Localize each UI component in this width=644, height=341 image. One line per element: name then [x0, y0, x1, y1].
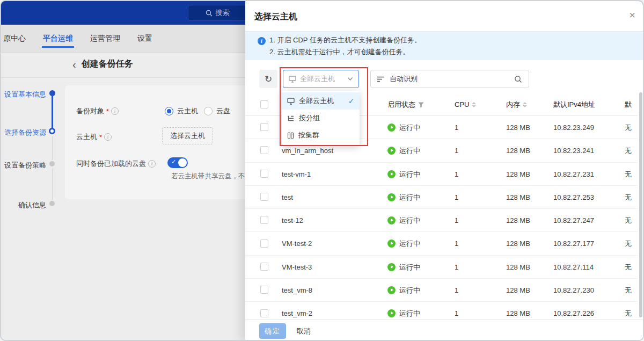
- memory-value: 128 MB: [506, 302, 530, 319]
- row-checkbox[interactable]: [260, 286, 268, 294]
- vertical-scrollbar[interactable]: [639, 92, 642, 317]
- row-checkbox[interactable]: [260, 123, 268, 131]
- running-status-icon: [387, 147, 396, 155]
- row-checkbox[interactable]: [260, 240, 268, 248]
- column-header-status[interactable]: 启用状态: [387, 93, 424, 116]
- ipv4-value: 10.82.23.241: [553, 139, 594, 162]
- drawer-footer: 确定 取消: [245, 319, 644, 341]
- menu-item-label: 按分组: [299, 113, 354, 123]
- status-badge: 运行中: [387, 163, 420, 186]
- running-status-icon: [387, 309, 396, 317]
- vm-name: VM-test-3: [282, 256, 312, 279]
- ipv4-value: 10.82.27.230: [553, 279, 594, 302]
- menu-item-all-hosts[interactable]: 全部云主机 ✓: [282, 92, 360, 110]
- menu-item-by-group[interactable]: 按分组: [282, 110, 360, 127]
- cpu-value: 1: [455, 209, 458, 232]
- shared-disk-warning: 若云主机带共享云盘，不支: [167, 172, 245, 181]
- memory-value: 128 MB: [506, 232, 530, 255]
- row-checkbox[interactable]: [260, 193, 268, 201]
- nav-tab-settings[interactable]: 设置: [136, 28, 153, 49]
- info-icon: i: [148, 160, 156, 168]
- running-status-icon: [387, 170, 396, 178]
- truncated-col-value: 无: [625, 163, 632, 186]
- step-connector: [52, 96, 53, 128]
- refresh-button[interactable]: ↻: [259, 70, 277, 88]
- host-search-input[interactable]: 自动识别: [370, 70, 529, 88]
- row-checkbox[interactable]: [260, 309, 268, 317]
- select-all-checkbox[interactable]: [260, 100, 268, 108]
- cluster-icon: [287, 132, 294, 139]
- cpu-value: 1: [455, 279, 458, 302]
- step-connector: [52, 136, 53, 160]
- row-checkbox[interactable]: [260, 146, 268, 154]
- check-icon: ✓: [348, 97, 354, 105]
- confirm-button[interactable]: 确定: [259, 323, 286, 339]
- truncated-col-value: 无: [625, 186, 632, 209]
- row-checkbox[interactable]: [260, 263, 268, 271]
- table-row[interactable]: VM-test-3 运行中 1 128 MB 10.82.27.114 无: [245, 256, 638, 279]
- running-status-icon: [387, 193, 396, 201]
- nav-tab-resource-center[interactable]: 原中心: [2, 28, 27, 49]
- view-mode-select[interactable]: 全部云主机: [283, 70, 359, 88]
- status-badge: 运行中: [387, 139, 420, 162]
- radio-cloud-host[interactable]: 云主机: [165, 106, 198, 116]
- column-header-memory[interactable]: 内存: [506, 93, 527, 116]
- nav-tab-operation-mgmt[interactable]: 运营管理: [89, 28, 121, 49]
- table-row[interactable]: test_vm-8 运行中 1 128 MB 10.82.27.230 无: [245, 279, 638, 302]
- radio-cloud-disk[interactable]: 云盘: [204, 106, 230, 116]
- truncated-col-value: 无: [625, 232, 632, 255]
- global-search-input[interactable]: 搜索: [188, 5, 247, 21]
- filter-funnel-icon[interactable]: [418, 102, 424, 108]
- row-checkbox[interactable]: [260, 216, 268, 224]
- memory-value: 128 MB: [506, 256, 530, 279]
- back-icon[interactable]: ‹: [72, 60, 76, 69]
- running-status-icon: [387, 263, 396, 271]
- step-dot-pending: [49, 201, 55, 206]
- info-icon: i: [104, 133, 112, 141]
- table-row[interactable]: test_vm-2 运行中 1 128 MB 10.82.27.226 无: [245, 302, 638, 319]
- column-header-cpu[interactable]: CPU: [455, 93, 476, 116]
- truncated-col-value: 无: [625, 256, 632, 279]
- status-badge: 运行中: [387, 256, 420, 279]
- menu-item-by-cluster[interactable]: 按集群: [282, 127, 360, 144]
- cpu-value: 1: [455, 302, 458, 319]
- status-text: 运行中: [399, 139, 420, 162]
- running-status-icon: [387, 124, 396, 132]
- cancel-button[interactable]: 取消: [297, 320, 311, 341]
- table-row[interactable]: test-12 运行中 1 128 MB 10.82.27.247 无: [245, 209, 638, 232]
- status-text: 运行中: [399, 163, 420, 186]
- nav-tab-platform-ops[interactable]: 平台运维: [42, 28, 74, 49]
- info-alert: i 1. 开启 CDP 任务的云主机不支持创建备份任务。 2. 云主机需处于运行…: [245, 32, 644, 60]
- status-text: 运行中: [399, 232, 420, 255]
- memory-value: 128 MB: [506, 163, 530, 186]
- table-row[interactable]: VM-test-2 运行中 1 128 MB 10.82.27.177 无: [245, 232, 638, 255]
- required-asterisk: *: [106, 107, 109, 115]
- table-row[interactable]: test-vm-1 运行中 1 128 MB 10.82.27.231 无: [245, 163, 638, 186]
- close-icon[interactable]: ×: [629, 10, 635, 20]
- required-asterisk: *: [99, 133, 102, 141]
- vm-name: test_vm-2: [282, 302, 312, 319]
- step-connector: [52, 169, 53, 200]
- table-row[interactable]: test 运行中 1 128 MB 10.82.27.253 无: [245, 186, 638, 209]
- status-badge: 运行中: [387, 116, 420, 139]
- alert-line-1: 1. 开启 CDP 任务的云主机不支持创建备份任务。: [269, 35, 421, 45]
- status-badge: 运行中: [387, 232, 420, 255]
- running-status-icon: [387, 286, 396, 294]
- truncated-col-value: 无: [625, 139, 632, 162]
- truncated-col-value: 无: [625, 302, 632, 319]
- row-checkbox[interactable]: [260, 170, 268, 178]
- search-icon[interactable]: [514, 75, 522, 83]
- backup-object-label: 备份对象 * i: [76, 106, 119, 116]
- sort-icon[interactable]: [523, 102, 527, 107]
- step-label-select-resource: 选择备份资源: [1, 128, 46, 137]
- backup-form-panel: 备份对象 * i 云主机 云盘 云主机 * i 选择云主机 同时备份已加载的云盘…: [65, 85, 245, 199]
- ipv4-value: 10.82.27.253: [553, 186, 594, 209]
- toggle-knob: [178, 158, 187, 167]
- sort-icon[interactable]: [472, 102, 476, 107]
- ipv4-value: 10.82.27.247: [553, 209, 594, 232]
- attached-disk-toggle[interactable]: ✓: [167, 157, 188, 168]
- select-host-button[interactable]: 选择云主机: [162, 127, 213, 144]
- status-text: 运行中: [399, 256, 420, 279]
- cpu-value: 1: [455, 163, 458, 186]
- status-text: 运行中: [399, 116, 420, 139]
